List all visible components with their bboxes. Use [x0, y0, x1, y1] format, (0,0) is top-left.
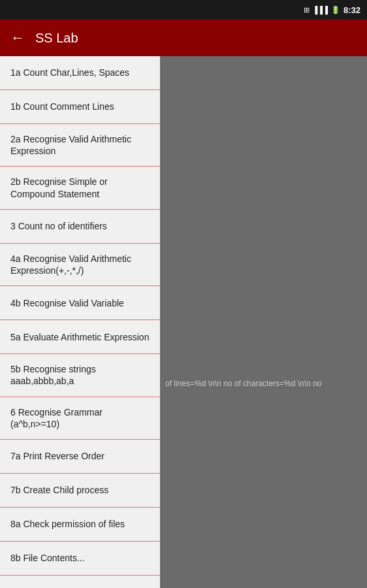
content-area: 1a Count Char,Lines, Spaces1b Count Comm…: [0, 56, 367, 588]
sidebar-item-label-4a: 4a Recognise Valid Arithmetic Expression…: [10, 253, 150, 276]
sidebar-item-2a[interactable]: 2a Recognise Valid Arithmetic Expression: [0, 124, 160, 167]
sidebar-item-label-7a: 7a Print Reverse Order: [10, 450, 104, 462]
sidebar-item-label-5a: 5a Evaluate Arithmetic Expression: [10, 331, 149, 343]
sidebar-item-label-2a: 2a Recognise Valid Arithmetic Expression: [10, 133, 150, 157]
sidebar-item-7b[interactable]: 7b Create Child process: [0, 474, 160, 508]
sidebar-item-8b[interactable]: 8b File Contents...: [0, 542, 160, 576]
sidebar-item-label-2b: 2b Recognise Simple or Compound Statemen…: [10, 176, 150, 199]
signal-icon: ▐▐▐: [313, 6, 328, 14]
sidebar: 1a Count Char,Lines, Spaces1b Count Comm…: [0, 56, 160, 588]
sidebar-item-1a[interactable]: 1a Count Char,Lines, Spaces: [0, 56, 160, 90]
sidebar-item-label-8b: 8b File Contents...: [10, 552, 85, 564]
app-title: SS Lab: [35, 31, 78, 46]
grid-icon: ⊞: [304, 6, 310, 14]
status-time: 8:32: [343, 5, 360, 15]
app-bar: ← SS Lab: [0, 20, 367, 56]
status-icons: ⊞ ▐▐▐ 🔋 8:32: [304, 5, 360, 15]
sidebar-item-label-4b: 4b Recognise Valid Variable: [10, 297, 124, 309]
sidebar-item-1b[interactable]: 1b Count Comment Lines: [0, 90, 160, 124]
sidebar-item-label-5b: 5b Recognise strings aaab,abbb,ab,a: [10, 363, 150, 387]
sidebar-item-4a[interactable]: 4a Recognise Valid Arithmetic Expression…: [0, 244, 160, 286]
status-bar: ⊞ ▐▐▐ 🔋 8:32: [0, 0, 367, 20]
sidebar-item-8a[interactable]: 8a Check permission of files: [0, 508, 160, 542]
sidebar-item-label-1a: 1a Count Char,Lines, Spaces: [10, 67, 129, 78]
sidebar-item-5a[interactable]: 5a Evaluate Arithmetic Expression: [0, 320, 160, 354]
sidebar-item-label-3: 3 Count no of identifiers: [10, 220, 107, 232]
back-button[interactable]: ←: [10, 29, 25, 46]
sidebar-item-label-7b: 7b Create Child process: [10, 484, 108, 496]
sidebar-item-5b[interactable]: 5b Recognise strings aaab,abbb,ab,a: [0, 354, 160, 397]
main-sample-text: of lines=%d \n\n no of characters=%d \n\…: [160, 376, 367, 391]
sidebar-item-2b[interactable]: 2b Recognise Simple or Compound Statemen…: [0, 167, 160, 209]
main-panel: of lines=%d \n\n no of characters=%d \n\…: [160, 56, 367, 588]
sidebar-item-label-8a: 8a Check permission of files: [10, 518, 125, 530]
sidebar-item-label-1b: 1b Count Comment Lines: [10, 101, 114, 112]
sidebar-item-6[interactable]: 6 Recognise Grammar (a^b,n>=10): [0, 397, 160, 440]
sidebar-item-label-6: 6 Recognise Grammar (a^b,n>=10): [10, 406, 150, 430]
battery-icon: 🔋: [331, 6, 340, 14]
sidebar-item-4b[interactable]: 4b Recognise Valid Variable: [0, 286, 160, 320]
sidebar-item-7a[interactable]: 7a Print Reverse Order: [0, 440, 160, 474]
sidebar-item-3[interactable]: 3 Count no of identifiers: [0, 210, 160, 244]
